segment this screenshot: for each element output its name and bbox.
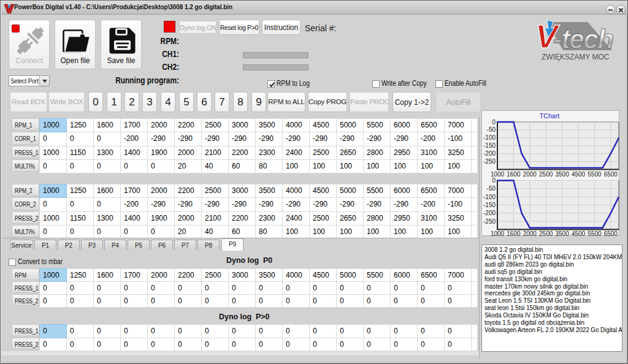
svg-text:-150: -150 <box>483 142 496 149</box>
svg-text:1600: 1600 <box>507 171 521 178</box>
svg-text:-250: -250 <box>483 218 496 225</box>
svg-text:6500: 6500 <box>604 171 618 178</box>
svg-text:-50: -50 <box>487 185 496 192</box>
svg-text:1000: 1000 <box>491 230 505 236</box>
svg-text:ZWIĘKSZAMY MOC: ZWIĘKSZAMY MOC <box>542 53 610 61</box>
svg-text:1600: 1600 <box>507 230 521 236</box>
svg-text:0: 0 <box>492 177 496 184</box>
svg-text:2000: 2000 <box>523 171 537 178</box>
svg-text:-200: -200 <box>483 210 496 216</box>
svg-text:2500: 2500 <box>539 230 553 236</box>
svg-text:4500: 4500 <box>572 171 586 178</box>
svg-text:6500: 6500 <box>604 230 618 236</box>
svg-text:2500: 2500 <box>539 171 553 178</box>
svg-text:2000: 2000 <box>523 230 537 236</box>
svg-text:5500: 5500 <box>588 230 602 236</box>
svg-text:-50: -50 <box>487 126 496 133</box>
svg-text:-150: -150 <box>483 202 496 208</box>
svg-text:3500: 3500 <box>555 171 569 178</box>
svg-text:0: 0 <box>492 119 496 126</box>
svg-text:-200: -200 <box>483 150 496 157</box>
svg-text:4500: 4500 <box>572 230 586 236</box>
svg-text:1000: 1000 <box>491 171 505 178</box>
svg-text:5500: 5500 <box>588 171 602 178</box>
svg-text:-250: -250 <box>483 158 496 165</box>
svg-text:-100: -100 <box>483 194 496 200</box>
svg-text:3500: 3500 <box>555 230 569 236</box>
svg-text:TChart: TChart <box>540 112 559 119</box>
svg-text:-tech: -tech <box>553 24 613 54</box>
svg-text:-100: -100 <box>483 134 496 141</box>
